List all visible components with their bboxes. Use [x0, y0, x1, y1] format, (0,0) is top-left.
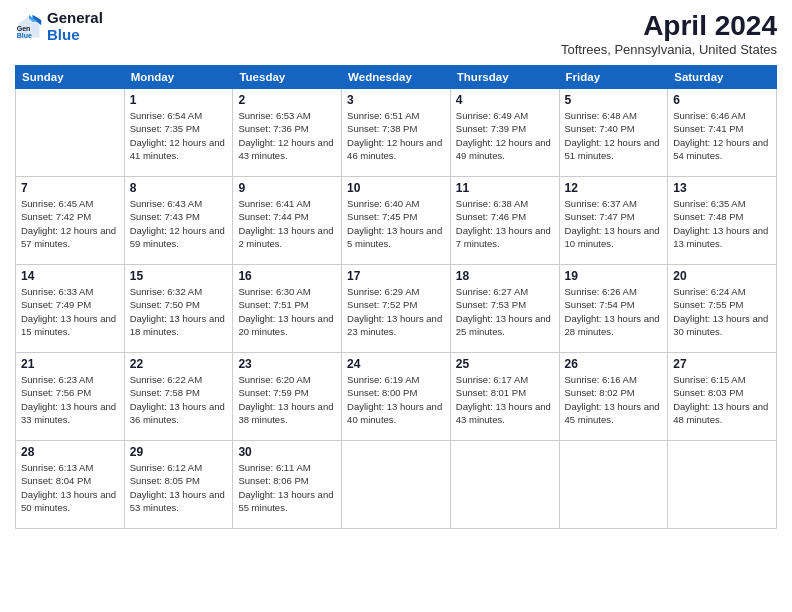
logo-line2: Blue — [47, 26, 80, 43]
day-info: Sunrise: 6:32 AMSunset: 7:50 PMDaylight:… — [130, 285, 228, 338]
day-number: 5 — [565, 93, 663, 107]
day-info: Sunrise: 6:30 AMSunset: 7:51 PMDaylight:… — [238, 285, 336, 338]
day-number: 2 — [238, 93, 336, 107]
calendar-cell: 15 Sunrise: 6:32 AMSunset: 7:50 PMDaylig… — [124, 265, 233, 353]
day-number: 16 — [238, 269, 336, 283]
day-info: Sunrise: 6:41 AMSunset: 7:44 PMDaylight:… — [238, 197, 336, 250]
calendar-cell: 1 Sunrise: 6:54 AMSunset: 7:35 PMDayligh… — [124, 89, 233, 177]
col-wednesday: Wednesday — [342, 66, 451, 89]
calendar-cell: 28 Sunrise: 6:13 AMSunset: 8:04 PMDaylig… — [16, 441, 125, 529]
calendar-week-4: 21 Sunrise: 6:23 AMSunset: 7:56 PMDaylig… — [16, 353, 777, 441]
day-info: Sunrise: 6:27 AMSunset: 7:53 PMDaylight:… — [456, 285, 554, 338]
calendar-cell: 17 Sunrise: 6:29 AMSunset: 7:52 PMDaylig… — [342, 265, 451, 353]
day-number: 30 — [238, 445, 336, 459]
title-block: April 2024 Toftrees, Pennsylvania, Unite… — [561, 10, 777, 57]
calendar-cell: 19 Sunrise: 6:26 AMSunset: 7:54 PMDaylig… — [559, 265, 668, 353]
day-info: Sunrise: 6:48 AMSunset: 7:40 PMDaylight:… — [565, 109, 663, 162]
calendar-cell: 20 Sunrise: 6:24 AMSunset: 7:55 PMDaylig… — [668, 265, 777, 353]
calendar-table: Sunday Monday Tuesday Wednesday Thursday… — [15, 65, 777, 529]
day-number: 15 — [130, 269, 228, 283]
day-info: Sunrise: 6:13 AMSunset: 8:04 PMDaylight:… — [21, 461, 119, 514]
day-info: Sunrise: 6:24 AMSunset: 7:55 PMDaylight:… — [673, 285, 771, 338]
day-number: 23 — [238, 357, 336, 371]
calendar-cell: 30 Sunrise: 6:11 AMSunset: 8:06 PMDaylig… — [233, 441, 342, 529]
day-number: 13 — [673, 181, 771, 195]
calendar-cell: 21 Sunrise: 6:23 AMSunset: 7:56 PMDaylig… — [16, 353, 125, 441]
calendar-cell: 22 Sunrise: 6:22 AMSunset: 7:58 PMDaylig… — [124, 353, 233, 441]
day-info: Sunrise: 6:43 AMSunset: 7:43 PMDaylight:… — [130, 197, 228, 250]
day-info: Sunrise: 6:51 AMSunset: 7:38 PMDaylight:… — [347, 109, 445, 162]
calendar-cell: 2 Sunrise: 6:53 AMSunset: 7:36 PMDayligh… — [233, 89, 342, 177]
calendar-cell: 16 Sunrise: 6:30 AMSunset: 7:51 PMDaylig… — [233, 265, 342, 353]
day-number: 11 — [456, 181, 554, 195]
calendar-cell: 25 Sunrise: 6:17 AMSunset: 8:01 PMDaylig… — [450, 353, 559, 441]
day-number: 27 — [673, 357, 771, 371]
col-monday: Monday — [124, 66, 233, 89]
logo-text: General Blue — [47, 10, 103, 43]
calendar-header-row: Sunday Monday Tuesday Wednesday Thursday… — [16, 66, 777, 89]
day-number: 8 — [130, 181, 228, 195]
calendar-week-2: 7 Sunrise: 6:45 AMSunset: 7:42 PMDayligh… — [16, 177, 777, 265]
day-number: 17 — [347, 269, 445, 283]
day-number: 26 — [565, 357, 663, 371]
day-info: Sunrise: 6:26 AMSunset: 7:54 PMDaylight:… — [565, 285, 663, 338]
col-thursday: Thursday — [450, 66, 559, 89]
day-info: Sunrise: 6:11 AMSunset: 8:06 PMDaylight:… — [238, 461, 336, 514]
day-number: 12 — [565, 181, 663, 195]
day-number: 7 — [21, 181, 119, 195]
day-info: Sunrise: 6:19 AMSunset: 8:00 PMDaylight:… — [347, 373, 445, 426]
location: Toftrees, Pennsylvania, United States — [561, 42, 777, 57]
calendar-cell: 29 Sunrise: 6:12 AMSunset: 8:05 PMDaylig… — [124, 441, 233, 529]
day-number: 18 — [456, 269, 554, 283]
day-number: 21 — [21, 357, 119, 371]
day-info: Sunrise: 6:17 AMSunset: 8:01 PMDaylight:… — [456, 373, 554, 426]
day-number: 19 — [565, 269, 663, 283]
calendar-cell — [668, 441, 777, 529]
logo-icon: Gen Blue — [15, 13, 43, 41]
calendar-cell: 24 Sunrise: 6:19 AMSunset: 8:00 PMDaylig… — [342, 353, 451, 441]
calendar-cell: 7 Sunrise: 6:45 AMSunset: 7:42 PMDayligh… — [16, 177, 125, 265]
day-info: Sunrise: 6:46 AMSunset: 7:41 PMDaylight:… — [673, 109, 771, 162]
day-number: 1 — [130, 93, 228, 107]
col-sunday: Sunday — [16, 66, 125, 89]
day-info: Sunrise: 6:35 AMSunset: 7:48 PMDaylight:… — [673, 197, 771, 250]
day-number: 4 — [456, 93, 554, 107]
day-info: Sunrise: 6:16 AMSunset: 8:02 PMDaylight:… — [565, 373, 663, 426]
calendar-cell: 11 Sunrise: 6:38 AMSunset: 7:46 PMDaylig… — [450, 177, 559, 265]
day-number: 25 — [456, 357, 554, 371]
day-number: 20 — [673, 269, 771, 283]
header: Gen Blue General Blue April 2024 Toftree… — [15, 10, 777, 57]
calendar-cell: 14 Sunrise: 6:33 AMSunset: 7:49 PMDaylig… — [16, 265, 125, 353]
day-number: 24 — [347, 357, 445, 371]
col-friday: Friday — [559, 66, 668, 89]
day-number: 10 — [347, 181, 445, 195]
day-info: Sunrise: 6:38 AMSunset: 7:46 PMDaylight:… — [456, 197, 554, 250]
day-number: 22 — [130, 357, 228, 371]
day-info: Sunrise: 6:12 AMSunset: 8:05 PMDaylight:… — [130, 461, 228, 514]
calendar-cell: 23 Sunrise: 6:20 AMSunset: 7:59 PMDaylig… — [233, 353, 342, 441]
calendar-cell: 3 Sunrise: 6:51 AMSunset: 7:38 PMDayligh… — [342, 89, 451, 177]
day-info: Sunrise: 6:33 AMSunset: 7:49 PMDaylight:… — [21, 285, 119, 338]
page: Gen Blue General Blue April 2024 Toftree… — [0, 0, 792, 612]
calendar-cell: 18 Sunrise: 6:27 AMSunset: 7:53 PMDaylig… — [450, 265, 559, 353]
logo-line1: General — [47, 9, 103, 26]
calendar-week-1: 1 Sunrise: 6:54 AMSunset: 7:35 PMDayligh… — [16, 89, 777, 177]
day-info: Sunrise: 6:15 AMSunset: 8:03 PMDaylight:… — [673, 373, 771, 426]
day-info: Sunrise: 6:29 AMSunset: 7:52 PMDaylight:… — [347, 285, 445, 338]
col-tuesday: Tuesday — [233, 66, 342, 89]
day-number: 29 — [130, 445, 228, 459]
day-number: 6 — [673, 93, 771, 107]
day-info: Sunrise: 6:20 AMSunset: 7:59 PMDaylight:… — [238, 373, 336, 426]
calendar-cell — [342, 441, 451, 529]
svg-text:Gen: Gen — [17, 24, 31, 31]
calendar-cell: 13 Sunrise: 6:35 AMSunset: 7:48 PMDaylig… — [668, 177, 777, 265]
calendar-cell: 6 Sunrise: 6:46 AMSunset: 7:41 PMDayligh… — [668, 89, 777, 177]
svg-text:Blue: Blue — [17, 32, 32, 39]
calendar-week-5: 28 Sunrise: 6:13 AMSunset: 8:04 PMDaylig… — [16, 441, 777, 529]
day-info: Sunrise: 6:40 AMSunset: 7:45 PMDaylight:… — [347, 197, 445, 250]
day-number: 9 — [238, 181, 336, 195]
day-info: Sunrise: 6:37 AMSunset: 7:47 PMDaylight:… — [565, 197, 663, 250]
day-info: Sunrise: 6:54 AMSunset: 7:35 PMDaylight:… — [130, 109, 228, 162]
month-title: April 2024 — [561, 10, 777, 42]
calendar-week-3: 14 Sunrise: 6:33 AMSunset: 7:49 PMDaylig… — [16, 265, 777, 353]
